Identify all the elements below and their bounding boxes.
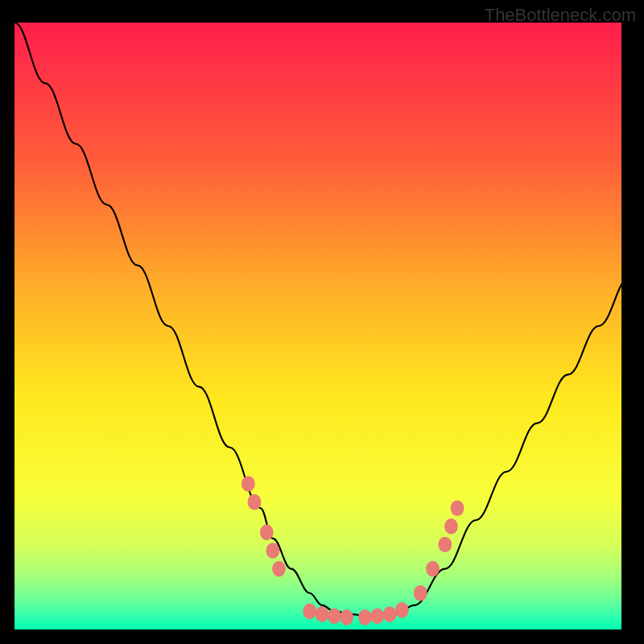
curve-dot — [272, 561, 286, 577]
curve-dot — [438, 537, 452, 553]
bottleneck-curve — [14, 23, 630, 617]
curve-dot — [328, 609, 341, 625]
curve-dot — [383, 606, 397, 622]
curve-dot — [316, 606, 329, 622]
curve-dot — [340, 609, 353, 625]
watermark-text: TheBottleneck.com — [485, 5, 636, 26]
curve-dot — [358, 609, 372, 625]
curve-dot — [395, 602, 409, 618]
curve-dot — [303, 604, 316, 620]
curve-dot — [260, 525, 274, 541]
curve-dot — [242, 476, 255, 492]
curve-layer — [14, 23, 630, 630]
curve-dot — [370, 609, 384, 625]
chart-container: TheBottleneck.com — [0, 0, 644, 644]
plot-area — [14, 23, 630, 630]
curve-dot — [451, 500, 464, 516]
curve-dot — [414, 585, 427, 601]
curve-dots — [242, 476, 464, 625]
curve-dot — [426, 561, 440, 577]
curve-dot — [266, 543, 279, 559]
curve-dot — [248, 494, 262, 510]
curve-dot — [444, 518, 458, 535]
